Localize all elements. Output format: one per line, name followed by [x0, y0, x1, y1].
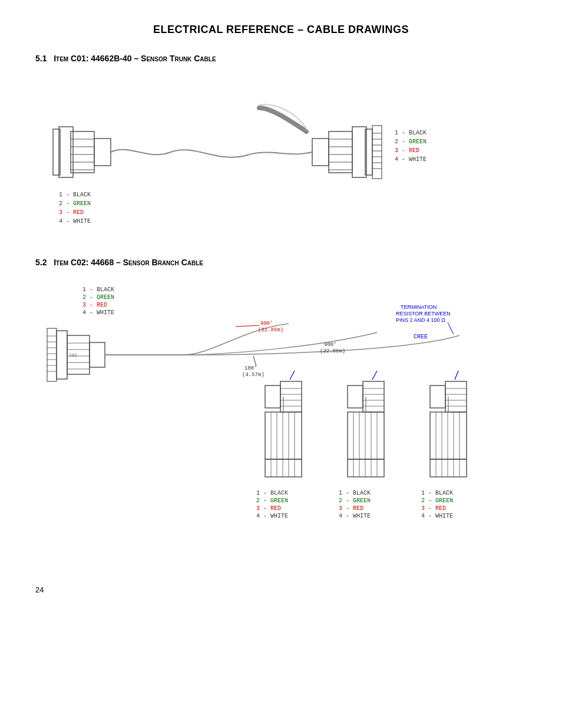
- svg-text:4  -  WHITE: 4 - WHITE: [256, 513, 288, 519]
- svg-text:RESISTOR BETWEEN: RESISTOR BETWEEN: [396, 311, 451, 317]
- svg-rect-68: [265, 386, 280, 408]
- svg-line-86: [290, 371, 295, 380]
- svg-text:900': 900': [324, 342, 337, 348]
- section-52: 5.2 Item C02: 44668 – Sensor Branch Cabl…: [35, 258, 527, 574]
- svg-text:2  -  GREEN: 2 - GREEN: [59, 200, 91, 207]
- svg-text:2  -  GREEN: 2 - GREEN: [256, 498, 288, 504]
- svg-text:C02: C02: [70, 353, 77, 358]
- svg-rect-10: [329, 131, 352, 173]
- page-title: ELECTRICAL REFERENCE – CABLE DRAWINGS: [35, 24, 527, 36]
- svg-text:1  -  BLACK: 1 - BLACK: [256, 490, 288, 496]
- svg-text:1  -  BLACK: 1 - BLACK: [59, 192, 91, 198]
- svg-text:3  -  RED: 3 - RED: [339, 505, 363, 512]
- svg-text:2  -  GREEN: 2 - GREEN: [421, 498, 453, 504]
- svg-text:4  -  WHITE: 4 - WHITE: [82, 309, 114, 316]
- svg-text:(22.86m): (22.86m): [320, 348, 345, 354]
- svg-text:2  -  GREEN: 2 - GREEN: [395, 139, 427, 145]
- svg-rect-9: [312, 139, 329, 166]
- svg-rect-54: [90, 342, 105, 367]
- svg-text:3  -  RED: 3 - RED: [395, 147, 419, 154]
- svg-rect-46: [57, 331, 67, 379]
- svg-text:900': 900': [260, 321, 273, 327]
- svg-text:TERMINATION: TERMINATION: [401, 304, 437, 310]
- svg-rect-114: [430, 386, 445, 408]
- svg-rect-91: [348, 386, 363, 408]
- svg-text:180': 180': [244, 365, 257, 371]
- diagram-52: 1 - BLACK 2 - GREEN 3 - RED 4 - WHITE: [35, 276, 527, 574]
- svg-line-56: [236, 325, 259, 327]
- svg-text:1  -  BLACK: 1 - BLACK: [339, 490, 371, 496]
- svg-rect-74: [265, 412, 302, 459]
- diagram-51: 1 - BLACK 2 - GREEN 3 - RED 4 - WHITE 1 …: [35, 73, 527, 246]
- svg-text:2  -  GREEN: 2 - GREEN: [82, 294, 114, 301]
- svg-text:(22.86m): (22.86m): [258, 327, 283, 333]
- svg-text:4  -  WHITE: 4 - WHITE: [421, 513, 453, 519]
- svg-text:3  -  RED: 3 - RED: [59, 209, 84, 216]
- svg-text:1  -  BLACK: 1 - BLACK: [421, 490, 453, 496]
- page-number: 24: [35, 585, 527, 594]
- svg-line-62: [448, 322, 454, 334]
- svg-rect-16: [352, 127, 366, 177]
- svg-line-67: [253, 356, 256, 366]
- svg-text:PINS 2 AND 4 100 Ω: PINS 2 AND 4 100 Ω: [396, 317, 445, 323]
- svg-rect-80: [265, 459, 302, 477]
- svg-text:CREE: CREE: [414, 334, 428, 340]
- section-51-header: 5.1 Item C01: 44662B-40 – Sensor Trunk C…: [35, 54, 527, 63]
- svg-text:1  -  BLACK: 1 - BLACK: [82, 286, 114, 293]
- svg-text:4  -  WHITE: 4 - WHITE: [395, 156, 427, 163]
- svg-rect-8: [94, 139, 111, 166]
- svg-text:4  -  WHITE: 4 - WHITE: [339, 513, 371, 519]
- svg-text:1  -  BLACK: 1 - BLACK: [395, 130, 427, 136]
- svg-rect-120: [430, 412, 467, 459]
- section-52-header: 5.2 Item C02: 44668 – Sensor Branch Cabl…: [35, 258, 527, 267]
- svg-rect-97: [348, 412, 384, 459]
- svg-line-132: [455, 371, 458, 380]
- svg-text:2  -  GREEN: 2 - GREEN: [339, 498, 371, 504]
- svg-rect-0: [71, 131, 94, 173]
- svg-rect-38: [47, 328, 57, 381]
- svg-text:3  -  RED: 3 - RED: [421, 505, 446, 512]
- svg-text:4  -  WHITE: 4 - WHITE: [59, 218, 91, 225]
- svg-line-109: [372, 371, 377, 380]
- svg-rect-126: [430, 459, 467, 477]
- svg-text:3  -  RED: 3 - RED: [82, 302, 107, 308]
- svg-text:3  -  RED: 3 - RED: [256, 505, 281, 512]
- svg-rect-103: [348, 459, 384, 477]
- svg-text:(4.57m): (4.57m): [242, 372, 265, 378]
